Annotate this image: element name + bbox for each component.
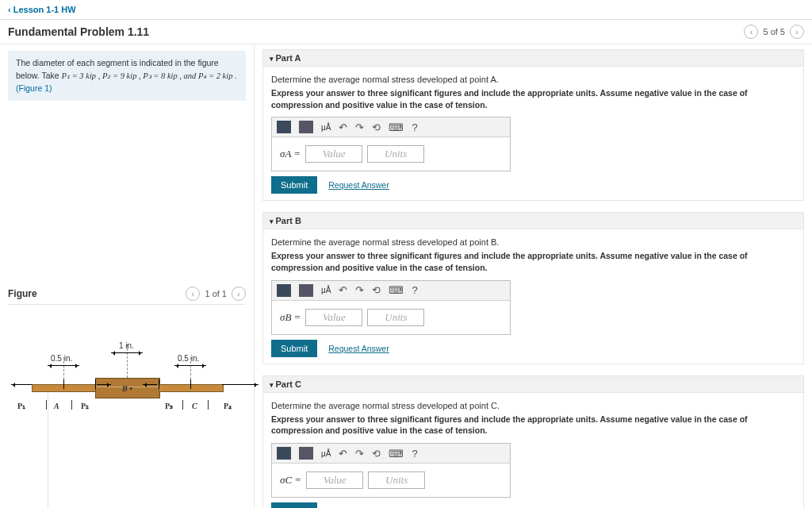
part-A-instruction: Express your answer to three significant… [271, 87, 795, 110]
part-C-value-input[interactable]: Value [306, 471, 363, 489]
part-A: Part A Determine the average normal stre… [262, 49, 804, 201]
part-C: Part C Determine the average normal stre… [262, 375, 804, 508]
part-C-prompt: Determine the average normal stress deve… [271, 401, 795, 410]
part-A-answer-box: μÅ ↶ ↷ ⟲ ⌨ ? σA = Value Units [271, 117, 511, 171]
dim-right: 0.5 in. [178, 354, 199, 363]
figure-diagram: 0.5 in. 1 in. 0.5 in. B • P₁ [8, 329, 246, 424]
part-B-answer-box: μÅ ↶ ↷ ⟲ ⌨ ? σB = Value Units [271, 280, 511, 335]
lbl-P3: P₃ [165, 402, 173, 410]
units-mu-label: μÅ [321, 286, 331, 294]
part-B-request-answer-link[interactable]: Request Answer [328, 344, 389, 353]
templates-icon[interactable] [277, 121, 291, 133]
templates-icon[interactable] [277, 447, 291, 460]
part-B-header[interactable]: Part B [262, 212, 804, 229]
redo-icon[interactable]: ↷ [355, 121, 364, 133]
part-A-units-input[interactable]: Units [367, 145, 424, 163]
lbl-Bdot: B • [122, 384, 132, 393]
undo-icon[interactable]: ↶ [339, 284, 347, 296]
symbols-icon[interactable] [299, 121, 313, 133]
templates-icon[interactable] [277, 284, 291, 297]
symbols-icon[interactable] [299, 284, 313, 297]
part-C-units-input[interactable]: Units [368, 471, 425, 489]
part-C-submit-button[interactable]: Submit [271, 502, 317, 508]
dim-mid: 1 in. [119, 341, 134, 350]
item-pager: ‹ 5 of 5 › [744, 25, 804, 39]
redo-icon[interactable]: ↷ [355, 284, 364, 296]
part-B-submit-button[interactable]: Submit [271, 340, 317, 357]
lbl-P2: P₂ [81, 402, 89, 410]
help-icon[interactable]: ? [412, 448, 417, 460]
figure-pager: ‹ 1 of 1 › [186, 287, 246, 301]
part-B-instruction: Express your answer to three significant… [271, 250, 795, 273]
part-A-prompt: Determine the average normal stress deve… [271, 75, 795, 84]
dim-left: 0.5 in. [51, 354, 72, 363]
units-mu-label: μÅ [321, 123, 331, 132]
part-B-value-input[interactable]: Value [305, 309, 362, 326]
undo-icon[interactable]: ↶ [339, 121, 347, 133]
part-A-submit-button[interactable]: Submit [271, 176, 317, 194]
part-C-header[interactable]: Part C [262, 375, 804, 393]
figure-heading: Figure [8, 288, 37, 299]
part-A-value-input[interactable]: Value [305, 145, 362, 163]
pager-text: 5 of 5 [763, 27, 785, 37]
pager-next-button[interactable]: › [790, 25, 804, 39]
part-B-prompt: Determine the average normal stress deve… [271, 237, 795, 247]
page-title: Fundamental Problem 1.11 [8, 25, 149, 38]
lbl-C: C [192, 402, 197, 410]
redo-icon[interactable]: ↷ [355, 448, 364, 460]
figure-link[interactable]: (Figure 1) [16, 83, 52, 93]
help-icon[interactable]: ? [412, 121, 417, 133]
lbl-P1: P₁ [17, 402, 25, 410]
undo-icon[interactable]: ↶ [339, 448, 347, 460]
part-A-sigma-label: σA = [280, 148, 301, 160]
part-A-request-answer-link[interactable]: Request Answer [328, 180, 389, 190]
part-A-header[interactable]: Part A [262, 49, 804, 67]
figure-pager-text: 1 of 1 [205, 289, 227, 298]
pager-prev-button[interactable]: ‹ [744, 25, 758, 39]
lbl-P4: P₄ [224, 402, 232, 410]
problem-statement: The diameter of each segment is indicate… [8, 51, 246, 101]
units-mu-label: μÅ [321, 449, 331, 458]
part-C-instruction: Express your answer to three significant… [271, 414, 795, 437]
reset-icon[interactable]: ⟲ [372, 284, 381, 296]
keyboard-icon[interactable]: ⌨ [389, 448, 404, 460]
figure-next-button[interactable]: › [232, 287, 246, 301]
part-C-answer-box: μÅ ↶ ↷ ⟲ ⌨ ? σC = Value Units [271, 443, 511, 498]
part-B: Part B Determine the average normal stre… [262, 212, 804, 364]
problem-equation: P₁ = 3 kip , P₂ = 9 kip , P₃ = 8 kip , a… [62, 71, 237, 80]
reset-icon[interactable]: ⟲ [372, 448, 381, 460]
figure-prev-button[interactable]: ‹ [186, 287, 200, 301]
keyboard-icon[interactable]: ⌨ [389, 284, 404, 296]
reset-icon[interactable]: ⟲ [372, 121, 381, 133]
help-icon[interactable]: ? [412, 284, 417, 296]
symbols-icon[interactable] [299, 447, 313, 460]
part-B-sigma-label: σB = [280, 311, 301, 324]
part-B-units-input[interactable]: Units [367, 309, 424, 326]
part-C-sigma-label: σC = [280, 474, 301, 487]
lbl-A: A [54, 402, 59, 410]
keyboard-icon[interactable]: ⌨ [389, 121, 404, 133]
back-link[interactable]: Lesson 1-1 HW [8, 5, 76, 14]
